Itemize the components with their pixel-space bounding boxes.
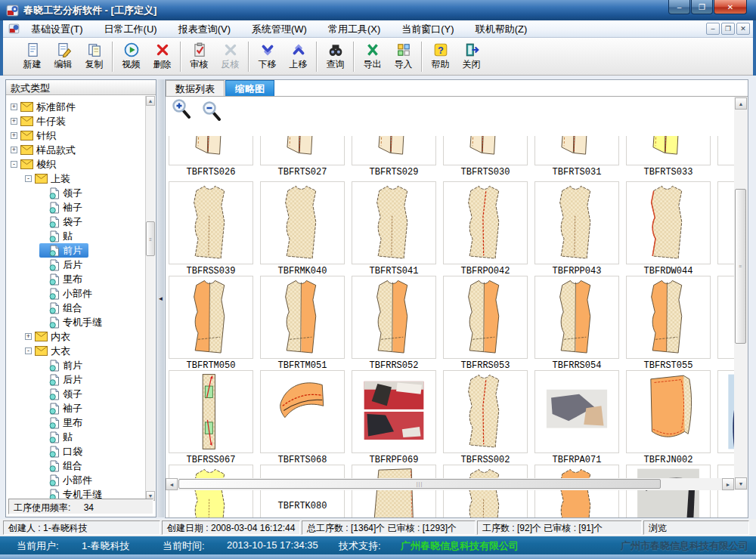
tree-item-内衣[interactable]: +内衣	[25, 329, 70, 344]
thumbnail-TBFRTM050[interactable]	[169, 276, 253, 359]
thumbnail-piece[interactable]	[626, 465, 711, 517]
vertical-scrollbar[interactable]: ▲ ≡ ▼	[734, 97, 748, 490]
thumbnail-TBFRTS033[interactable]	[626, 136, 711, 165]
tree-item-前片[interactable]: 前片	[39, 358, 82, 372]
tree-item-后片[interactable]: 后片	[39, 258, 82, 272]
thumbnail-piece[interactable]	[443, 465, 528, 517]
vertical-scroll-thumb[interactable]: ≡	[735, 189, 746, 344]
expand-plus-icon[interactable]: +	[11, 118, 17, 125]
expand-plus-icon[interactable]: +	[11, 132, 17, 139]
thumbnail-TBFRST055[interactable]	[626, 276, 711, 359]
tree-item-针织[interactable]: +针织	[11, 128, 56, 143]
tree-item-大衣[interactable]: -大衣	[25, 344, 70, 358]
edit-button[interactable]: 编辑	[48, 39, 79, 74]
help-question-button[interactable]: ?帮助	[425, 39, 456, 74]
thumbnail-TBFRPO042[interactable]	[443, 181, 528, 264]
thumbnail-piece[interactable]	[534, 465, 619, 517]
horizontal-scrollbar[interactable]: ◄ ||| ►	[166, 478, 734, 490]
tree-item-标准部件[interactable]: +标准部件	[11, 100, 76, 114]
tree-item-牛仔装[interactable]: +牛仔装	[11, 114, 66, 128]
tree-item-领子[interactable]: 领子	[39, 387, 82, 401]
thumbnail-TBFRRS054[interactable]	[534, 276, 619, 359]
tab-data-list[interactable]: 数据列表	[166, 80, 225, 96]
expand-plus-icon[interactable]: +	[25, 333, 32, 340]
tree-item-前片-selected[interactable]: 前片	[39, 243, 88, 258]
scroll-up-icon[interactable]: ▲	[735, 97, 747, 110]
new-document-button[interactable]: 新建	[17, 39, 48, 74]
sidebar-scroll-up-icon[interactable]: ▲	[146, 96, 155, 106]
window-minimize-button[interactable]: –	[668, 0, 690, 14]
horizontal-scroll-thumb[interactable]: |||	[178, 479, 661, 489]
thumbnail-TBFRTS068[interactable]	[260, 370, 345, 453]
tree-item-里布[interactable]: 里布	[39, 415, 82, 430]
mdi-restore-button[interactable]: ❐	[721, 23, 735, 35]
expand-plus-icon[interactable]: +	[11, 103, 17, 110]
export-excel-button[interactable]: 导出	[357, 39, 388, 74]
import-grid-button[interactable]: 导入	[388, 39, 419, 74]
tree-item-贴[interactable]: 贴	[39, 229, 73, 243]
window-close-button[interactable]: ✕	[714, 0, 747, 14]
thumbnail-TBFRTS026[interactable]	[169, 136, 253, 165]
thumbnail-TBFRPF069[interactable]	[352, 370, 436, 453]
tree-item-袖子[interactable]: 袖子	[39, 200, 82, 215]
thumbnail-TBFRJN002[interactable]	[626, 370, 711, 453]
move-up-button[interactable]: 上移	[283, 39, 314, 74]
menu-item-2[interactable]: 日常工作(U)	[94, 22, 168, 36]
menu-item-7[interactable]: 联机帮助(Z)	[465, 22, 538, 36]
tree-item-后片[interactable]: 后片	[39, 372, 82, 387]
exit-door-button[interactable]: 关闭	[456, 39, 487, 74]
tree-item-专机手缝[interactable]: 专机手缝	[39, 315, 102, 329]
copy-button[interactable]: 复制	[79, 39, 110, 74]
zoom-out-icon[interactable]	[202, 101, 222, 121]
collapse-minus-icon[interactable]: -	[25, 347, 32, 354]
tree-item-袋子[interactable]: 袋子	[39, 215, 82, 229]
zoom-in-icon[interactable]	[172, 99, 191, 119]
scroll-down-icon[interactable]: ▼	[735, 477, 747, 490]
tab-thumbnail-view[interactable]: 缩略图	[225, 80, 274, 96]
menu-item-3[interactable]: 报表查询(V)	[168, 22, 241, 36]
collapse-minus-icon[interactable]: -	[11, 161, 17, 168]
panel-splitter[interactable]: ◄	[157, 79, 164, 517]
window-maximize-button[interactable]: ❐	[691, 0, 713, 14]
thumbnail-TBFRTS031[interactable]	[534, 136, 619, 165]
thumbnail-TBFRRS053[interactable]	[443, 276, 528, 359]
sidebar-scroll-thumb[interactable]: ≡	[146, 221, 155, 256]
search-binoculars-button[interactable]: 查询	[320, 39, 351, 74]
thumbnail-TBFRPP043[interactable]	[534, 181, 619, 264]
mdi-minimize-button[interactable]: –	[706, 23, 720, 35]
tree-item-样品款式[interactable]: +样品款式	[11, 143, 76, 157]
thumbnail-TBFRSS067[interactable]	[169, 370, 253, 453]
thumbnail-TBFRTS041[interactable]	[352, 181, 436, 264]
menu-item-6[interactable]: 当前窗口(Y)	[391, 22, 464, 36]
thumbnail-TBFRTS029[interactable]	[352, 136, 436, 165]
thumbnail-TBFRTS027[interactable]	[260, 136, 345, 165]
thumbnail-cell-empty[interactable]	[717, 181, 734, 264]
tree-item-组合[interactable]: 组合	[39, 301, 82, 315]
thumbnail-TBFRSS039[interactable]	[169, 181, 253, 264]
tree-item-梭织[interactable]: -梭织	[11, 157, 56, 171]
tree-item-里布[interactable]: 里布	[39, 272, 82, 286]
mdi-close-button[interactable]: ✕	[736, 23, 750, 35]
delete-cross-button[interactable]: 删除	[147, 39, 178, 74]
thumbnail-TBFRDW044[interactable]	[626, 181, 711, 264]
scroll-right-icon[interactable]: ►	[722, 478, 734, 490]
audit-check-button[interactable]: 审核	[184, 39, 215, 74]
thumbnail-piece[interactable]	[169, 465, 253, 517]
scroll-left-icon[interactable]: ◄	[166, 478, 178, 490]
thumbnail-TBFRSS002[interactable]	[443, 370, 528, 453]
tree-item-组合[interactable]: 组合	[39, 459, 82, 473]
tree-item-口袋[interactable]: 口袋	[39, 444, 82, 459]
thumbnail-TBFRTK080[interactable]: TBFRTK080	[260, 465, 345, 517]
thumbnail-piece[interactable]	[352, 465, 436, 517]
menu-item-4[interactable]: 系统管理(W)	[241, 22, 318, 36]
thumbnail-piece[interactable]	[717, 370, 734, 453]
video-play-button[interactable]: 视频	[116, 39, 147, 74]
thumbnail-cell-empty[interactable]	[717, 465, 734, 517]
tree-item-上装[interactable]: -上装	[25, 171, 70, 186]
menu-item-1[interactable]: 基础设置(T)	[20, 22, 94, 36]
sidebar-scrollbar[interactable]: ▲ ≡ ▼	[145, 96, 155, 501]
move-down-button[interactable]: 下移	[252, 39, 283, 74]
thumbnail-TBFRMK040[interactable]	[260, 181, 345, 264]
thumbnail-TBFRTM051[interactable]	[260, 276, 345, 359]
thumbnail-TBFRRS052[interactable]	[352, 276, 436, 359]
